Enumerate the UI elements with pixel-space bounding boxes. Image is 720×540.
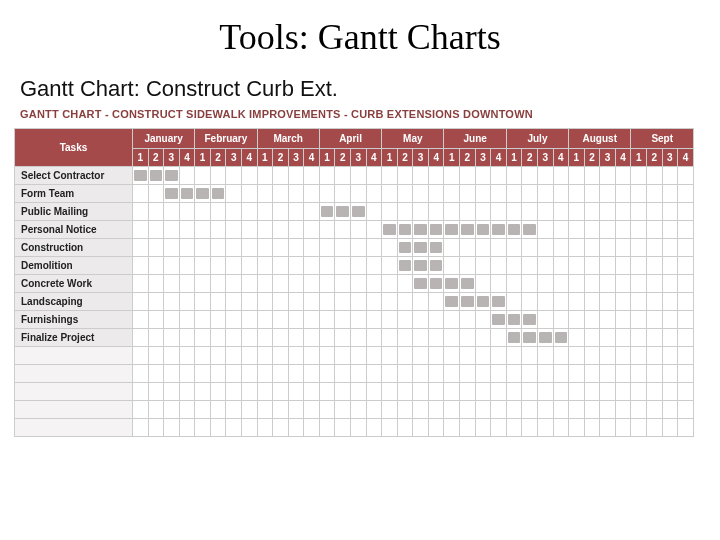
week-cell [615, 203, 631, 221]
week-cell [148, 419, 164, 437]
week-cell [366, 401, 382, 419]
week-cell [662, 419, 678, 437]
week-cell [210, 293, 226, 311]
week-cell [210, 239, 226, 257]
week-cell [351, 383, 367, 401]
task-name-blank [15, 365, 133, 383]
week-cell [304, 365, 320, 383]
task-name: Select Contractor [15, 167, 133, 185]
week-cell [397, 257, 413, 275]
week-cell [335, 311, 351, 329]
week-cell [444, 185, 460, 203]
week-cell [132, 419, 148, 437]
week-cell [428, 365, 444, 383]
week-cell [491, 419, 507, 437]
week-cell [522, 347, 538, 365]
week-header: 3 [288, 149, 304, 167]
month-header: August [569, 129, 631, 149]
week-cell [304, 221, 320, 239]
week-cell [506, 203, 522, 221]
week-cell [210, 329, 226, 347]
week-cell [397, 401, 413, 419]
week-cell [257, 239, 273, 257]
week-cell [678, 329, 694, 347]
week-cell [413, 311, 429, 329]
week-cell [351, 185, 367, 203]
table-row: Demolition [15, 257, 694, 275]
week-header: 1 [257, 149, 273, 167]
week-cell [179, 257, 195, 275]
week-cell [351, 311, 367, 329]
week-cell [179, 347, 195, 365]
week-cell [195, 311, 211, 329]
week-cell [132, 401, 148, 419]
week-cell [226, 275, 242, 293]
week-cell [522, 365, 538, 383]
week-cell [288, 221, 304, 239]
week-cell [304, 383, 320, 401]
week-cell [662, 239, 678, 257]
week-header: 3 [475, 149, 491, 167]
week-cell [164, 401, 180, 419]
table-row: Public Mailing [15, 203, 694, 221]
week-cell [678, 239, 694, 257]
gantt-bar [508, 224, 521, 235]
week-cell [553, 167, 569, 185]
gantt-bar [445, 278, 458, 289]
week-cell [335, 275, 351, 293]
week-cell [273, 239, 289, 257]
week-header: 4 [304, 149, 320, 167]
week-cell [288, 329, 304, 347]
week-cell [460, 239, 476, 257]
week-cell [413, 239, 429, 257]
week-cell [397, 347, 413, 365]
week-cell [195, 293, 211, 311]
week-cell [164, 329, 180, 347]
week-cell [678, 293, 694, 311]
week-cell [257, 257, 273, 275]
week-cell [210, 401, 226, 419]
week-cell [366, 365, 382, 383]
week-cell [179, 401, 195, 419]
week-cell [319, 293, 335, 311]
week-cell [257, 401, 273, 419]
week-cell [335, 167, 351, 185]
month-header: May [382, 129, 444, 149]
week-cell [662, 365, 678, 383]
week-cell [647, 365, 663, 383]
week-cell [522, 167, 538, 185]
week-cell [226, 203, 242, 221]
week-cell [335, 257, 351, 275]
week-cell [600, 257, 616, 275]
week-cell [647, 239, 663, 257]
task-name-blank [15, 347, 133, 365]
week-cell [569, 365, 585, 383]
week-header: 4 [553, 149, 569, 167]
week-cell [288, 167, 304, 185]
week-cell [273, 203, 289, 221]
week-cell [537, 383, 553, 401]
week-cell [319, 275, 335, 293]
week-cell [148, 167, 164, 185]
week-cell [148, 239, 164, 257]
week-cell [351, 293, 367, 311]
week-cell [210, 419, 226, 437]
week-cell [475, 401, 491, 419]
week-cell [631, 329, 647, 347]
gantt-bar [399, 242, 412, 253]
week-cell [584, 293, 600, 311]
week-cell [631, 419, 647, 437]
week-cell [537, 185, 553, 203]
week-cell [210, 311, 226, 329]
week-cell [164, 419, 180, 437]
gantt-bar [508, 332, 521, 343]
week-cell [647, 419, 663, 437]
week-cell [319, 167, 335, 185]
week-cell [226, 419, 242, 437]
week-cell [164, 221, 180, 239]
week-cell [537, 203, 553, 221]
week-cell [304, 239, 320, 257]
week-cell [662, 185, 678, 203]
week-cell [382, 185, 398, 203]
week-cell [382, 401, 398, 419]
